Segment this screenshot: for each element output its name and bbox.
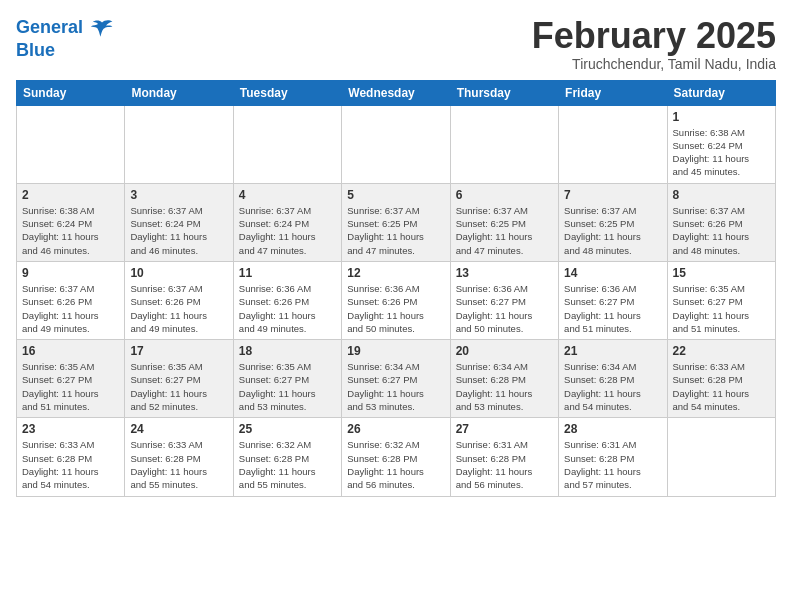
day-number: 5: [347, 188, 444, 202]
day-info: Sunrise: 6:32 AM Sunset: 6:28 PM Dayligh…: [347, 438, 444, 491]
calendar-cell: 4Sunrise: 6:37 AM Sunset: 6:24 PM Daylig…: [233, 183, 341, 261]
calendar-cell: 14Sunrise: 6:36 AM Sunset: 6:27 PM Dayli…: [559, 261, 667, 339]
calendar-cell: 21Sunrise: 6:34 AM Sunset: 6:28 PM Dayli…: [559, 340, 667, 418]
week-row-5: 23Sunrise: 6:33 AM Sunset: 6:28 PM Dayli…: [17, 418, 776, 496]
day-number: 6: [456, 188, 553, 202]
day-info: Sunrise: 6:37 AM Sunset: 6:25 PM Dayligh…: [564, 204, 661, 257]
calendar-cell: 9Sunrise: 6:37 AM Sunset: 6:26 PM Daylig…: [17, 261, 125, 339]
day-number: 25: [239, 422, 336, 436]
day-number: 1: [673, 110, 770, 124]
day-number: 19: [347, 344, 444, 358]
day-info: Sunrise: 6:35 AM Sunset: 6:27 PM Dayligh…: [130, 360, 227, 413]
day-number: 2: [22, 188, 119, 202]
day-number: 24: [130, 422, 227, 436]
calendar-cell: 1Sunrise: 6:38 AM Sunset: 6:24 PM Daylig…: [667, 105, 775, 183]
logo: General Blue: [16, 16, 114, 61]
header-friday: Friday: [559, 80, 667, 105]
calendar-cell: [17, 105, 125, 183]
calendar-cell: 22Sunrise: 6:33 AM Sunset: 6:28 PM Dayli…: [667, 340, 775, 418]
day-number: 15: [673, 266, 770, 280]
title-location: Tiruchchendur, Tamil Nadu, India: [532, 56, 776, 72]
calendar-cell: 5Sunrise: 6:37 AM Sunset: 6:25 PM Daylig…: [342, 183, 450, 261]
day-info: Sunrise: 6:38 AM Sunset: 6:24 PM Dayligh…: [673, 126, 770, 179]
day-number: 26: [347, 422, 444, 436]
calendar-table: SundayMondayTuesdayWednesdayThursdayFrid…: [16, 80, 776, 497]
day-number: 4: [239, 188, 336, 202]
day-info: Sunrise: 6:37 AM Sunset: 6:25 PM Dayligh…: [456, 204, 553, 257]
calendar-cell: 17Sunrise: 6:35 AM Sunset: 6:27 PM Dayli…: [125, 340, 233, 418]
day-number: 11: [239, 266, 336, 280]
day-info: Sunrise: 6:37 AM Sunset: 6:24 PM Dayligh…: [130, 204, 227, 257]
calendar-cell: 20Sunrise: 6:34 AM Sunset: 6:28 PM Dayli…: [450, 340, 558, 418]
calendar-cell: 25Sunrise: 6:32 AM Sunset: 6:28 PM Dayli…: [233, 418, 341, 496]
calendar-cell: [667, 418, 775, 496]
header-saturday: Saturday: [667, 80, 775, 105]
header-tuesday: Tuesday: [233, 80, 341, 105]
day-info: Sunrise: 6:37 AM Sunset: 6:26 PM Dayligh…: [673, 204, 770, 257]
day-info: Sunrise: 6:35 AM Sunset: 6:27 PM Dayligh…: [239, 360, 336, 413]
calendar-cell: [559, 105, 667, 183]
day-number: 9: [22, 266, 119, 280]
calendar-cell: 28Sunrise: 6:31 AM Sunset: 6:28 PM Dayli…: [559, 418, 667, 496]
week-row-2: 2Sunrise: 6:38 AM Sunset: 6:24 PM Daylig…: [17, 183, 776, 261]
header-wednesday: Wednesday: [342, 80, 450, 105]
header-sunday: Sunday: [17, 80, 125, 105]
day-info: Sunrise: 6:36 AM Sunset: 6:27 PM Dayligh…: [456, 282, 553, 335]
calendar-cell: [125, 105, 233, 183]
calendar-cell: 12Sunrise: 6:36 AM Sunset: 6:26 PM Dayli…: [342, 261, 450, 339]
logo-text: General: [16, 16, 114, 40]
day-info: Sunrise: 6:37 AM Sunset: 6:25 PM Dayligh…: [347, 204, 444, 257]
day-number: 17: [130, 344, 227, 358]
day-number: 20: [456, 344, 553, 358]
logo-bird-icon: [90, 16, 114, 40]
day-info: Sunrise: 6:31 AM Sunset: 6:28 PM Dayligh…: [456, 438, 553, 491]
calendar-cell: 2Sunrise: 6:38 AM Sunset: 6:24 PM Daylig…: [17, 183, 125, 261]
calendar-cell: 6Sunrise: 6:37 AM Sunset: 6:25 PM Daylig…: [450, 183, 558, 261]
calendar-cell: 7Sunrise: 6:37 AM Sunset: 6:25 PM Daylig…: [559, 183, 667, 261]
title-month: February 2025: [532, 16, 776, 56]
day-info: Sunrise: 6:35 AM Sunset: 6:27 PM Dayligh…: [673, 282, 770, 335]
calendar-cell: 11Sunrise: 6:36 AM Sunset: 6:26 PM Dayli…: [233, 261, 341, 339]
calendar-cell: 19Sunrise: 6:34 AM Sunset: 6:27 PM Dayli…: [342, 340, 450, 418]
day-info: Sunrise: 6:32 AM Sunset: 6:28 PM Dayligh…: [239, 438, 336, 491]
logo-blue-text: Blue: [16, 40, 114, 61]
day-number: 27: [456, 422, 553, 436]
day-number: 22: [673, 344, 770, 358]
day-number: 23: [22, 422, 119, 436]
header-monday: Monday: [125, 80, 233, 105]
calendar-cell: 24Sunrise: 6:33 AM Sunset: 6:28 PM Dayli…: [125, 418, 233, 496]
day-number: 8: [673, 188, 770, 202]
calendar-cell: [233, 105, 341, 183]
day-info: Sunrise: 6:33 AM Sunset: 6:28 PM Dayligh…: [22, 438, 119, 491]
calendar-cell: 23Sunrise: 6:33 AM Sunset: 6:28 PM Dayli…: [17, 418, 125, 496]
day-info: Sunrise: 6:33 AM Sunset: 6:28 PM Dayligh…: [130, 438, 227, 491]
calendar-cell: 27Sunrise: 6:31 AM Sunset: 6:28 PM Dayli…: [450, 418, 558, 496]
day-info: Sunrise: 6:37 AM Sunset: 6:26 PM Dayligh…: [130, 282, 227, 335]
title-block: February 2025 Tiruchchendur, Tamil Nadu,…: [532, 16, 776, 72]
calendar-cell: [342, 105, 450, 183]
day-number: 3: [130, 188, 227, 202]
page-header: General Blue February 2025 Tiruchchendur…: [16, 16, 776, 72]
calendar-cell: [450, 105, 558, 183]
day-number: 14: [564, 266, 661, 280]
day-info: Sunrise: 6:37 AM Sunset: 6:26 PM Dayligh…: [22, 282, 119, 335]
day-number: 16: [22, 344, 119, 358]
day-info: Sunrise: 6:37 AM Sunset: 6:24 PM Dayligh…: [239, 204, 336, 257]
day-info: Sunrise: 6:34 AM Sunset: 6:28 PM Dayligh…: [456, 360, 553, 413]
calendar-cell: 10Sunrise: 6:37 AM Sunset: 6:26 PM Dayli…: [125, 261, 233, 339]
day-info: Sunrise: 6:34 AM Sunset: 6:27 PM Dayligh…: [347, 360, 444, 413]
day-number: 7: [564, 188, 661, 202]
day-number: 18: [239, 344, 336, 358]
day-info: Sunrise: 6:31 AM Sunset: 6:28 PM Dayligh…: [564, 438, 661, 491]
week-row-3: 9Sunrise: 6:37 AM Sunset: 6:26 PM Daylig…: [17, 261, 776, 339]
day-info: Sunrise: 6:33 AM Sunset: 6:28 PM Dayligh…: [673, 360, 770, 413]
day-info: Sunrise: 6:36 AM Sunset: 6:26 PM Dayligh…: [347, 282, 444, 335]
calendar-cell: 3Sunrise: 6:37 AM Sunset: 6:24 PM Daylig…: [125, 183, 233, 261]
day-info: Sunrise: 6:36 AM Sunset: 6:27 PM Dayligh…: [564, 282, 661, 335]
calendar-cell: 16Sunrise: 6:35 AM Sunset: 6:27 PM Dayli…: [17, 340, 125, 418]
day-number: 28: [564, 422, 661, 436]
header-thursday: Thursday: [450, 80, 558, 105]
weekday-header-row: SundayMondayTuesdayWednesdayThursdayFrid…: [17, 80, 776, 105]
day-number: 13: [456, 266, 553, 280]
calendar-cell: 8Sunrise: 6:37 AM Sunset: 6:26 PM Daylig…: [667, 183, 775, 261]
